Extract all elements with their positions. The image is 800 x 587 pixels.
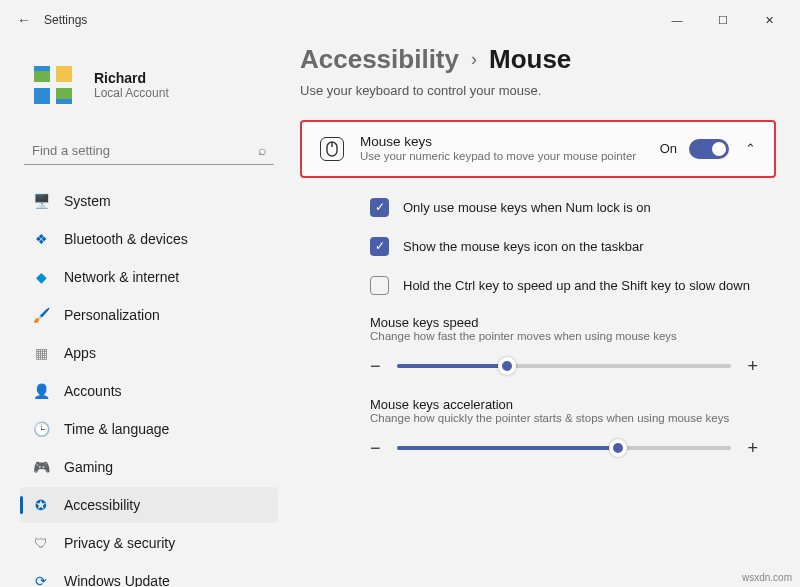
option-row[interactable]: ✓Show the mouse keys icon on the taskbar: [300, 227, 776, 266]
sidebar-item-label: Apps: [64, 345, 96, 361]
sidebar-item-network-internet[interactable]: ◆Network & internet: [20, 259, 278, 295]
panel-title: Mouse keys: [360, 134, 644, 149]
svg-rect-2: [56, 66, 72, 82]
breadcrumb-current: Mouse: [489, 44, 571, 75]
plus-button[interactable]: +: [747, 438, 758, 459]
system-icon: 🖥️: [32, 192, 50, 210]
sidebar: Richard Local Account ⌕ 🖥️System❖Bluetoo…: [0, 40, 290, 587]
option-label: Show the mouse keys icon on the taskbar: [403, 239, 644, 254]
checkbox[interactable]: ✓: [370, 198, 389, 217]
slider-title: Mouse keys acceleration: [370, 397, 758, 412]
sidebar-item-system[interactable]: 🖥️System: [20, 183, 278, 219]
personalization-icon: 🖌️: [32, 306, 50, 324]
sidebar-item-personalization[interactable]: 🖌️Personalization: [20, 297, 278, 333]
gaming-icon: 🎮: [32, 458, 50, 476]
checkbox[interactable]: [370, 276, 389, 295]
mouse-icon: [320, 137, 344, 161]
search-icon: ⌕: [258, 142, 266, 158]
sidebar-item-time-language[interactable]: 🕒Time & language: [20, 411, 278, 447]
minimize-button[interactable]: —: [654, 4, 700, 36]
maximize-button[interactable]: ☐: [700, 4, 746, 36]
sidebar-item-gaming[interactable]: 🎮Gaming: [20, 449, 278, 485]
slider-block: Mouse keys acceleration Change how quick…: [300, 387, 776, 469]
sidebar-item-label: Privacy & security: [64, 535, 175, 551]
profile-block[interactable]: Richard Local Account: [20, 40, 278, 136]
chevron-right-icon: ›: [471, 49, 477, 70]
sidebar-nav: 🖥️System❖Bluetooth & devices◆Network & i…: [20, 183, 278, 587]
plus-button[interactable]: +: [747, 356, 758, 377]
bluetooth-devices-icon: ❖: [32, 230, 50, 248]
mouse-keys-toggle[interactable]: [689, 139, 729, 159]
slider-desc: Change how quickly the pointer starts & …: [370, 412, 758, 424]
breadcrumb: Accessibility › Mouse: [300, 44, 776, 75]
svg-rect-5: [56, 99, 72, 104]
toggle-label: On: [660, 141, 677, 156]
privacy-security-icon: 🛡: [32, 534, 50, 552]
close-button[interactable]: ✕: [746, 4, 792, 36]
sidebar-item-apps[interactable]: ▦Apps: [20, 335, 278, 371]
titlebar: ← Settings — ☐ ✕: [0, 0, 800, 40]
chevron-up-icon[interactable]: ⌃: [745, 141, 756, 156]
sidebar-item-accounts[interactable]: 👤Accounts: [20, 373, 278, 409]
panel-desc: Use your numeric keypad to move your mou…: [360, 149, 644, 164]
option-row[interactable]: ✓Only use mouse keys when Num lock is on: [300, 188, 776, 227]
breadcrumb-parent[interactable]: Accessibility: [300, 44, 459, 75]
option-label: Only use mouse keys when Num lock is on: [403, 200, 651, 215]
sidebar-item-accessibility[interactable]: ✪Accessibility: [20, 487, 278, 523]
network-internet-icon: ◆: [32, 268, 50, 286]
slider-track[interactable]: [397, 446, 732, 450]
slider-track[interactable]: [397, 364, 732, 368]
apps-icon: ▦: [32, 344, 50, 362]
back-button[interactable]: ←: [8, 12, 40, 28]
window-title: Settings: [44, 13, 87, 27]
slider-block: Mouse keys speed Change how fast the poi…: [300, 305, 776, 387]
main-content: Accessibility › Mouse Use your keyboard …: [290, 40, 800, 587]
sidebar-item-label: Gaming: [64, 459, 113, 475]
accessibility-icon: ✪: [32, 496, 50, 514]
windows-update-icon: ⟳: [32, 572, 50, 587]
minus-button[interactable]: −: [370, 356, 381, 377]
slider-desc: Change how fast the pointer moves when u…: [370, 330, 758, 342]
sidebar-item-label: Time & language: [64, 421, 169, 437]
search-box[interactable]: ⌕: [24, 136, 274, 165]
accounts-icon: 👤: [32, 382, 50, 400]
slider-thumb[interactable]: [498, 357, 516, 375]
sidebar-item-label: Personalization: [64, 307, 160, 323]
slider-title: Mouse keys speed: [370, 315, 758, 330]
svg-rect-3: [34, 88, 50, 104]
checkbox[interactable]: ✓: [370, 237, 389, 256]
sidebar-item-label: Windows Update: [64, 573, 170, 587]
time-language-icon: 🕒: [32, 420, 50, 438]
option-row[interactable]: Hold the Ctrl key to speed up and the Sh…: [300, 266, 776, 305]
page-subtitle: Use your keyboard to control your mouse.: [300, 83, 776, 98]
svg-rect-1: [34, 66, 50, 71]
sidebar-item-label: Bluetooth & devices: [64, 231, 188, 247]
sidebar-item-label: Accessibility: [64, 497, 140, 513]
sidebar-item-bluetooth-devices[interactable]: ❖Bluetooth & devices: [20, 221, 278, 257]
option-label: Hold the Ctrl key to speed up and the Sh…: [403, 278, 750, 293]
sidebar-item-privacy-security[interactable]: 🛡Privacy & security: [20, 525, 278, 561]
profile-name: Richard: [94, 70, 169, 86]
slider-thumb[interactable]: [609, 439, 627, 457]
watermark: wsxdn.com: [742, 572, 792, 583]
search-input[interactable]: [32, 143, 258, 158]
sidebar-item-label: Network & internet: [64, 269, 179, 285]
sidebar-item-label: Accounts: [64, 383, 122, 399]
minus-button[interactable]: −: [370, 438, 381, 459]
sidebar-item-label: System: [64, 193, 111, 209]
sidebar-item-windows-update[interactable]: ⟳Windows Update: [20, 563, 278, 587]
avatar: [26, 58, 80, 112]
profile-sub: Local Account: [94, 86, 169, 100]
mouse-keys-panel[interactable]: Mouse keys Use your numeric keypad to mo…: [300, 120, 776, 178]
